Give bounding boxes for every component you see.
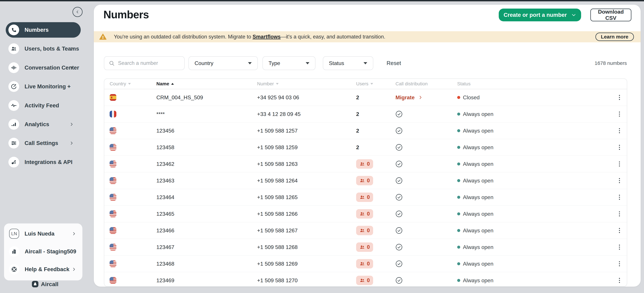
table-row[interactable]: 123466+1 509 588 12670Always open: [104, 222, 627, 239]
sidebar-footer-card: LN Luis Nueda Aircall - Staging509 Help …: [4, 224, 82, 281]
dropdown-arrow-icon: [248, 62, 252, 64]
table-row[interactable]: 123465+1 509 588 12660Always open: [104, 206, 627, 222]
reset-filters-button[interactable]: Reset: [386, 56, 401, 70]
sidebar-item-call-settings[interactable]: Call Settings: [6, 135, 81, 151]
sidebar-item-label: Analytics: [24, 121, 49, 127]
column-header-name[interactable]: Name: [156, 81, 257, 86]
sidebar-item-activity-feed[interactable]: Activity Feed: [6, 98, 81, 113]
dropdown-arrow-icon: [364, 62, 367, 64]
table-row[interactable]: 123458+1 509 588 12592Always open: [104, 139, 627, 156]
user-menu-item[interactable]: LN Luis Nueda: [4, 226, 82, 242]
avatar: LN: [9, 229, 19, 239]
table-row[interactable]: 123462+1 509 588 12630Always open: [104, 156, 627, 172]
row-menu-kebab-icon[interactable]: [612, 245, 627, 250]
distribution-check-icon: [396, 210, 402, 217]
sidebar-item-users-bots-teams[interactable]: Users, bots & Teams: [6, 41, 81, 56]
sidebar-item-live-monitoring[interactable]: Live Monitoring +: [6, 79, 81, 94]
migrate-link[interactable]: Migrate: [396, 94, 422, 101]
table-row[interactable]: 123456+1 509 588 12572Always open: [104, 122, 627, 139]
type-filter-select[interactable]: Type: [262, 56, 316, 70]
row-menu-kebab-icon[interactable]: [612, 195, 627, 200]
number-name: 123469: [156, 277, 174, 284]
users-count: 2: [356, 111, 359, 117]
row-menu-kebab-icon[interactable]: [612, 261, 627, 266]
status-dot: [457, 146, 460, 149]
column-header-number[interactable]: Number: [257, 81, 356, 86]
sidebar-item-label: Live Monitoring +: [24, 83, 70, 90]
cell-actions: [612, 195, 627, 200]
status-label: Always open: [463, 161, 493, 167]
distribution-check-icon: [396, 194, 402, 201]
row-menu-kebab-icon[interactable]: [612, 228, 627, 233]
cell-users: 2: [356, 128, 396, 134]
table-row[interactable]: 123463+1 509 588 12640Always open: [104, 172, 627, 189]
row-menu-kebab-icon[interactable]: [612, 161, 627, 167]
cell-actions: [612, 128, 627, 133]
country-filter-select[interactable]: Country: [188, 56, 258, 70]
column-header-country[interactable]: Country: [104, 81, 156, 86]
cell-status: Always open: [457, 211, 612, 217]
cell-status: Always open: [457, 128, 612, 134]
table-row[interactable]: ****+33 4 12 28 09 452Always open: [104, 106, 627, 122]
learn-more-button[interactable]: Learn more: [596, 32, 634, 41]
sidebar-collapse-button[interactable]: [72, 7, 82, 17]
cell-number: +1 509 588 1265: [257, 194, 356, 200]
table-row[interactable]: CRM_004_HS_509+34 925 94 03 062MigrateCl…: [104, 89, 627, 106]
sidebar-item-conversation-center[interactable]: Conversation Center: [6, 60, 81, 75]
column-header-users[interactable]: Users: [356, 81, 396, 86]
flag-us-icon: [110, 194, 116, 201]
table-row[interactable]: 123464+1 509 588 12650Always open: [104, 189, 627, 206]
cell-name: 123464: [156, 194, 257, 200]
search-input[interactable]: [118, 60, 182, 66]
table-row[interactable]: 123467+1 509 588 12680Always open: [104, 239, 627, 255]
status-filter-select[interactable]: Status: [323, 56, 373, 70]
chevron-right-icon: [69, 65, 74, 70]
company-menu-item[interactable]: Aircall - Staging509: [4, 243, 82, 260]
table-row[interactable]: 123468+1 509 588 12690Always open: [104, 255, 627, 272]
main-content: Numbers Create or port a number Download…: [94, 5, 641, 287]
sidebar-item-analytics[interactable]: Analytics: [6, 117, 81, 132]
row-menu-kebab-icon[interactable]: [612, 145, 627, 150]
row-menu-kebab-icon[interactable]: [612, 112, 627, 117]
distribution-check-icon: [396, 127, 402, 134]
banner-text-after: —it's a quick, easy, and automated trans…: [281, 34, 385, 40]
smartflows-link[interactable]: Smartflows: [252, 34, 281, 40]
download-csv-button[interactable]: Download CSV: [590, 8, 632, 21]
aircall-brand: Aircall: [0, 280, 90, 288]
cell-number: +33 4 12 28 09 45: [257, 111, 356, 117]
cell-country: [104, 261, 156, 267]
row-menu-kebab-icon[interactable]: [612, 211, 627, 216]
phone-number: +1 509 588 1264: [257, 178, 298, 184]
zero-users-badge: 0: [356, 209, 373, 219]
cell-status: Closed: [457, 94, 612, 101]
row-menu-kebab-icon[interactable]: [612, 278, 627, 283]
status-dot: [457, 262, 460, 265]
number-name: 123468: [156, 261, 174, 267]
help-menu-item[interactable]: Help & Feedback: [4, 261, 82, 278]
cell-actions: [612, 245, 627, 250]
row-menu-kebab-icon[interactable]: [612, 128, 627, 133]
table-row[interactable]: 123469+1 509 588 12700Always open: [104, 272, 627, 287]
status-label: Always open: [463, 261, 493, 267]
distribution-check-icon: [396, 244, 402, 251]
sidebar-item-numbers[interactable]: Numbers: [6, 22, 81, 38]
sidebar-item-integrations-api[interactable]: Integrations & API: [6, 154, 81, 170]
row-menu-kebab-icon[interactable]: [612, 178, 627, 183]
row-menu-kebab-icon[interactable]: [612, 95, 627, 100]
sort-descending-icon: [276, 83, 278, 85]
users-count: 0: [367, 244, 370, 250]
number-name: 123465: [156, 211, 174, 217]
cell-country: [104, 111, 156, 117]
cell-actions: [612, 95, 627, 100]
sidebar-item-label: Numbers: [24, 27, 48, 33]
company-name: Aircall - Staging509: [25, 248, 76, 255]
create-or-port-number-button[interactable]: Create or port a number: [499, 8, 581, 21]
status-label: Always open: [463, 128, 493, 134]
cell-call-distribution: [396, 194, 457, 201]
cell-name: ****: [156, 111, 257, 117]
phone-number: +1 509 588 1259: [257, 144, 298, 151]
top-strip: [0, 0, 644, 1]
status-dot: [457, 229, 460, 232]
numbers-table: CountryNameNumberUsersCall distributionS…: [104, 78, 627, 287]
number-search[interactable]: [104, 56, 184, 70]
